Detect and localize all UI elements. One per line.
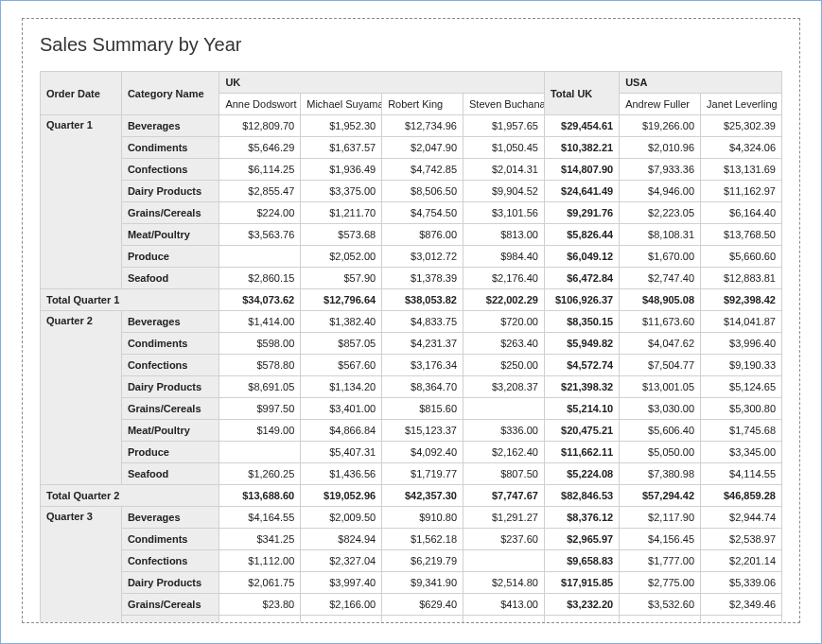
hdr-order-date: Order Date: [41, 72, 122, 115]
value-cell: $8,691.05: [219, 376, 301, 398]
quarter-label: Quarter 1: [41, 115, 122, 289]
total-uk-cell: $29,454.61: [544, 115, 619, 137]
value-cell: $7,933.36: [620, 159, 701, 181]
value-cell: $341.25: [219, 529, 301, 550]
value-cell: $13,768.50: [701, 224, 782, 246]
value-cell: $2,014.31: [463, 159, 545, 181]
value-cell: $4,679.94: [382, 616, 463, 624]
value-cell: $5,124.65: [701, 376, 782, 398]
value-cell: $34,073.62: [219, 289, 301, 311]
category-cell: Seafood: [121, 268, 219, 289]
value-cell: $19,052.96: [301, 485, 382, 507]
total-uk-cell: $4,572.74: [544, 355, 619, 376]
total-label: Total Quarter 2: [41, 485, 219, 507]
value-cell: $1,378.39: [382, 268, 463, 289]
table-row: Meat/Poultry$4,875.40$4,679.94$5,613.45$…: [41, 616, 782, 624]
value-cell: $3,532.60: [620, 594, 701, 616]
value-cell: $6,219.79: [382, 550, 463, 572]
total-uk-cell: $11,662.11: [544, 442, 619, 463]
value-cell: $4,833.75: [382, 311, 463, 333]
total-uk-cell: $5,949.82: [544, 333, 619, 355]
value-cell: $2,201.14: [701, 550, 782, 572]
value-cell: $2,047.90: [382, 137, 463, 159]
value-cell: $2,775.00: [620, 572, 701, 594]
value-cell: $629.40: [382, 594, 463, 616]
hdr-usa-0: Andrew Fuller: [620, 94, 701, 115]
value-cell: $149.00: [219, 420, 301, 442]
value-cell: $815.60: [382, 398, 463, 420]
value-cell: $12,809.70: [219, 115, 301, 137]
value-cell: $8,108.31: [620, 224, 701, 246]
value-cell: $5,407.31: [301, 442, 382, 463]
value-cell: $19,266.00: [620, 115, 701, 137]
category-cell: Grains/Cereals: [121, 398, 219, 420]
value-cell: $9,904.52: [463, 181, 545, 202]
value-cell: [219, 246, 301, 268]
value-cell: $573.68: [301, 224, 382, 246]
value-cell: $2,052.00: [301, 246, 382, 268]
value-cell: $57.90: [301, 268, 382, 289]
value-cell: $12,796.64: [301, 289, 382, 311]
value-cell: $2,327.04: [301, 550, 382, 572]
value-cell: [301, 616, 382, 624]
table-row: Condiments$5,646.29$1,637.57$2,047.90$1,…: [41, 137, 782, 159]
value-cell: $3,401.00: [301, 398, 382, 420]
value-cell: $2,538.97: [701, 529, 782, 550]
total-uk-cell: $8,376.12: [544, 507, 619, 529]
value-cell: $413.00: [463, 594, 545, 616]
category-cell: Grains/Cereals: [121, 594, 219, 616]
value-cell: $25,302.39: [701, 115, 782, 137]
value-cell: $1,777.00: [620, 550, 701, 572]
value-cell: $393.00: [701, 616, 782, 624]
total-uk-cell: $6,049.12: [544, 246, 619, 268]
value-cell: $6,114.25: [219, 159, 301, 181]
category-cell: Dairy Products: [121, 376, 219, 398]
table-row: Quarter 2Beverages$1,414.00$1,382.40$4,8…: [41, 311, 782, 333]
value-cell: $2,061.75: [219, 572, 301, 594]
table-row: Dairy Products$2,855.47$3,375.00$8,506.5…: [41, 181, 782, 202]
value-cell: $1,134.20: [301, 376, 382, 398]
value-cell: $7,380.98: [620, 463, 701, 485]
category-cell: Condiments: [121, 137, 219, 159]
value-cell: $13,001.05: [620, 376, 701, 398]
total-row: Total Quarter 1$34,073.62$12,796.64$38,0…: [41, 289, 782, 311]
value-cell: $1,745.68: [701, 420, 782, 442]
value-cell: $4,231.37: [382, 333, 463, 355]
value-cell: $4,946.00: [620, 181, 701, 202]
value-cell: $4,875.40: [219, 616, 301, 624]
category-cell: Condiments: [121, 333, 219, 355]
value-cell: $2,166.00: [301, 594, 382, 616]
total-uk-cell: $5,224.08: [544, 463, 619, 485]
value-cell: $3,996.40: [701, 333, 782, 355]
value-cell: $4,092.40: [382, 442, 463, 463]
value-cell: $4,324.06: [701, 137, 782, 159]
value-cell: $997.50: [219, 398, 301, 420]
category-cell: Beverages: [121, 115, 219, 137]
value-cell: $2,176.40: [463, 268, 545, 289]
table-row: Seafood$2,860.15$57.90$1,378.39$2,176.40…: [41, 268, 782, 289]
value-cell: $720.00: [463, 311, 545, 333]
total-uk-cell: $9,291.76: [544, 202, 619, 224]
value-cell: $1,670.00: [620, 246, 701, 268]
table-row: Condiments$598.00$857.05$4,231.37$263.40…: [41, 333, 782, 355]
table-row: Quarter 3Beverages$4,164.55$2,009.50$910…: [41, 507, 782, 529]
value-cell: $1,260.25: [219, 463, 301, 485]
value-cell: $3,101.56: [463, 202, 545, 224]
value-cell: $3,208.37: [463, 376, 545, 398]
value-cell: $1,112.00: [219, 550, 301, 572]
value-cell: $1,952.30: [301, 115, 382, 137]
total-uk-cell: $17,915.85: [544, 572, 619, 594]
table-row: Meat/Poultry$3,563.76$573.68$876.00$813.…: [41, 224, 782, 246]
value-cell: $2,855.47: [219, 181, 301, 202]
total-uk-cell: $5,826.44: [544, 224, 619, 246]
quarter-label: Quarter 3: [41, 507, 122, 624]
value-cell: $7,504.77: [620, 355, 701, 376]
total-uk-cell: $6,472.84: [544, 268, 619, 289]
value-cell: $5,646.29: [219, 137, 301, 159]
value-cell: $5,050.00: [620, 442, 701, 463]
value-cell: $3,012.72: [382, 246, 463, 268]
total-uk-cell: $15,168.79: [544, 616, 619, 624]
table-row: Produce$5,407.31$4,092.40$2,162.40$11,66…: [41, 442, 782, 463]
total-uk-cell: $21,398.32: [544, 376, 619, 398]
category-cell: Grains/Cereals: [121, 202, 219, 224]
